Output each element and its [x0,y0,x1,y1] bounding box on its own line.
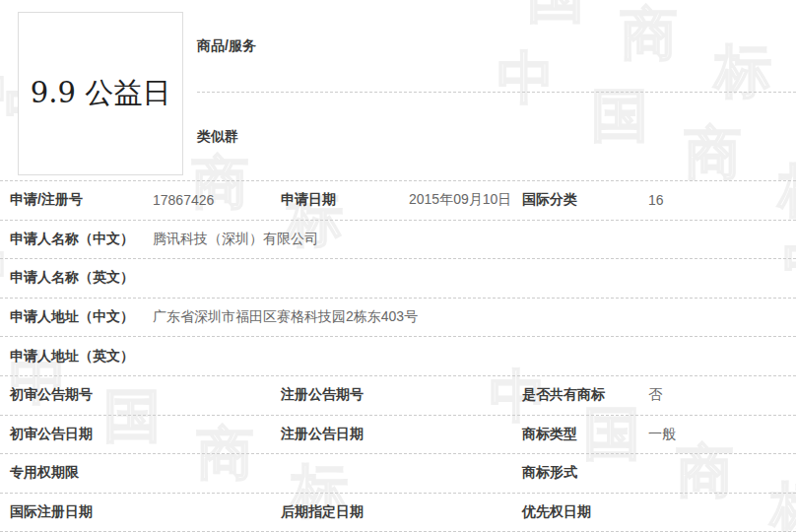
similar-group-row: 类似群 [197,93,796,180]
field-value-shared-trademark: 否 [648,386,796,404]
field-label-application-date: 申请日期 [281,191,409,209]
trademark-image-box: 9.9 公益日 [18,12,183,175]
field-label-priority-date: 优先权日期 [522,503,648,521]
table-row: 专用权期限 商标形式 [0,454,796,494]
table-row: 国际注册日期 后期指定日期 优先权日期 [0,494,796,532]
table-row: 申请人名称（中文） 腾讯科技（深圳）有限公司 [0,221,796,260]
field-label-application-number: 申请/注册号 [10,191,153,209]
table-row: 初审公告期号 注册公告期号 是否共有商标 否 [0,376,796,416]
field-label-intl-registration-date: 国际注册日期 [10,503,153,521]
table-row: 申请/注册号 17867426 申请日期 2015年09月10日 国际分类 16 [0,181,796,221]
field-value-application-date: 2015年09月10日 [409,191,522,209]
field-label-applicant-address-cn: 申请人地址（中文） [10,308,153,326]
field-label-registration-gazette-no: 注册公告期号 [281,386,409,404]
field-label-subsequent-designation-date: 后期指定日期 [281,503,409,521]
field-label-preliminary-gazette-date: 初审公告日期 [10,426,153,443]
field-label-applicant-address-en: 申请人地址（英文） [10,348,153,366]
field-value-applicant-name-cn: 腾讯科技（深圳）有限公司 [153,231,796,248]
goods-services-row: 商品/服务 [197,0,796,93]
field-label-preliminary-gazette-no: 初审公告期号 [10,386,153,404]
field-label-applicant-name-en: 申请人名称（英文） [10,269,153,287]
field-label-intl-class: 国际分类 [522,191,648,209]
field-label-applicant-name-cn: 申请人名称（中文） [10,231,153,248]
goods-services-label: 商品/服务 [197,37,256,55]
similar-group-label: 类似群 [197,128,238,146]
field-label-trademark-type: 商标类型 [522,426,648,443]
goods-services-section: 商品/服务 类似群 [197,0,796,180]
table-row: 申请人名称（英文） [0,259,796,299]
trademark-detail-page: 中国商标中国商标中国商标中中中中国商标中国商标 9.9 公益日 商品/服务 类似… [0,0,796,532]
field-value-intl-class: 16 [648,192,796,208]
trademark-text: 9.9 公益日 [31,74,170,113]
field-label-exclusive-right-period: 专用权期限 [10,464,153,482]
field-label-shared-trademark: 是否共有商标 [522,386,648,404]
table-row: 初审公告日期 注册公告日期 商标类型 一般 [0,416,796,455]
record-header: 9.9 公益日 商品/服务 类似群 [0,0,796,181]
field-label-trademark-form: 商标形式 [522,464,648,482]
field-label-registration-gazette-date: 注册公告日期 [281,426,409,443]
field-value-trademark-type: 一般 [648,426,796,443]
trademark-record: 9.9 公益日 商品/服务 类似群 申请/注册号 17867426 申请日期 2… [0,0,796,532]
field-value-applicant-address-cn: 广东省深圳市福田区赛格科技园2栋东403号 [153,308,796,326]
table-row: 申请人地址（中文） 广东省深圳市福田区赛格科技园2栋东403号 [0,299,796,338]
field-value-application-number: 17867426 [153,192,281,208]
table-row: 申请人地址（英文） [0,337,796,376]
detail-table: 申请/注册号 17867426 申请日期 2015年09月10日 国际分类 16… [0,181,796,532]
